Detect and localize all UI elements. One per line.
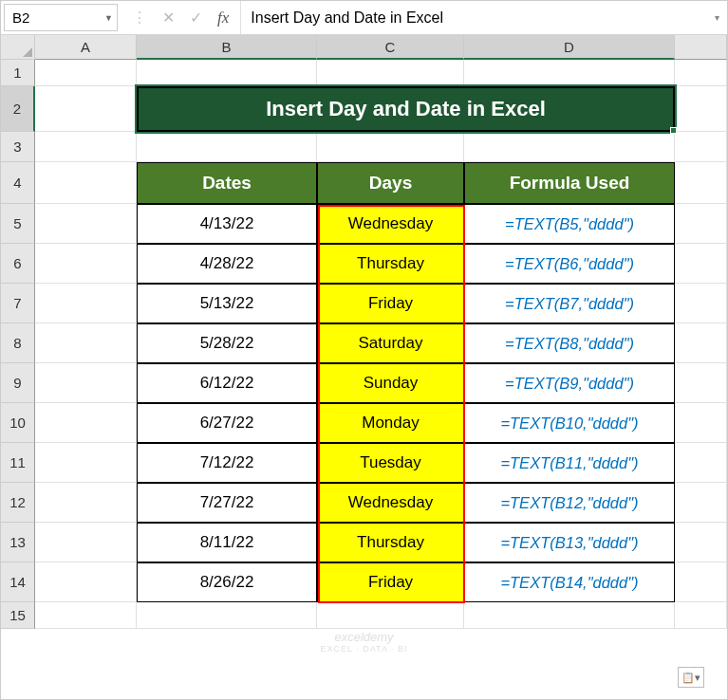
col-header-E[interactable] — [675, 35, 727, 60]
cell-dates-7[interactable]: 5/13/22 — [137, 284, 317, 323]
row-header-1[interactable]: 1 — [1, 60, 35, 86]
cell-days-12[interactable]: Wednesday — [317, 483, 464, 523]
row-header-9[interactable]: 9 — [1, 363, 35, 403]
selection-handle[interactable] — [670, 127, 677, 134]
cell-days-6[interactable]: Thursday — [317, 244, 464, 284]
cell-B15[interactable] — [137, 602, 317, 629]
cell-A5[interactable] — [35, 204, 137, 244]
cell-B1[interactable] — [137, 60, 317, 86]
cell-A12[interactable] — [35, 483, 137, 523]
cell-A13[interactable] — [35, 523, 137, 562]
cell-E7[interactable] — [675, 284, 727, 323]
cell-E14[interactable] — [675, 562, 727, 602]
cell-dates-12[interactable]: 7/27/22 — [137, 483, 317, 523]
col-header-A[interactable]: A — [35, 35, 137, 60]
cell-A8[interactable] — [35, 323, 137, 363]
row-header-12[interactable]: 12 — [1, 483, 35, 523]
row-header-3[interactable]: 3 — [1, 132, 35, 162]
cell-formula-10[interactable]: =TEXT(B10,"dddd") — [464, 403, 675, 443]
cell-dates-9[interactable]: 6/12/22 — [137, 363, 317, 403]
select-all-corner[interactable] — [1, 35, 35, 60]
cell-E8[interactable] — [675, 323, 727, 363]
cell-E15[interactable] — [675, 602, 727, 629]
cell-C15[interactable] — [317, 602, 464, 629]
cancel-icon[interactable]: ✕ — [162, 9, 175, 27]
row-header-14[interactable]: 14 — [1, 562, 35, 602]
cell-days-5[interactable]: Wednesday — [317, 204, 464, 244]
cell-E1[interactable] — [675, 60, 727, 86]
cell-days-13[interactable]: Thursday — [317, 523, 464, 562]
cell-dates-8[interactable]: 5/28/22 — [137, 323, 317, 363]
cell-A3[interactable] — [35, 132, 137, 162]
cell-C3[interactable] — [317, 132, 464, 162]
cell-E12[interactable] — [675, 483, 727, 523]
cell-A7[interactable] — [35, 284, 137, 323]
cell-E10[interactable] — [675, 403, 727, 443]
cell-B3[interactable] — [137, 132, 317, 162]
row-header-15[interactable]: 15 — [1, 602, 35, 629]
cell-D15[interactable] — [464, 602, 675, 629]
cell-E5[interactable] — [675, 204, 727, 244]
expand-formula-bar-icon[interactable]: ▾ — [706, 1, 727, 34]
row-header-8[interactable]: 8 — [1, 323, 35, 363]
col-header-D[interactable]: D — [464, 35, 675, 60]
formula-bar-input[interactable] — [241, 1, 706, 34]
cell-days-8[interactable]: Saturday — [317, 323, 464, 363]
paste-options-button[interactable]: 📋▾ — [678, 667, 704, 688]
fx-icon[interactable]: fx — [217, 9, 229, 28]
cell-days-10[interactable]: Monday — [317, 403, 464, 443]
cell-formula-14[interactable]: =TEXT(B14,"dddd") — [464, 562, 675, 602]
cell-D1[interactable] — [464, 60, 675, 86]
cell-dates-11[interactable]: 7/12/22 — [137, 443, 317, 483]
row-header-6[interactable]: 6 — [1, 244, 35, 284]
cell-formula-6[interactable]: =TEXT(B6,"dddd") — [464, 244, 675, 284]
row-header-7[interactable]: 7 — [1, 284, 35, 323]
row-header-11[interactable]: 11 — [1, 443, 35, 483]
cell-days-11[interactable]: Tuesday — [317, 443, 464, 483]
cell-E13[interactable] — [675, 523, 727, 562]
cell-E9[interactable] — [675, 363, 727, 403]
cell-E2[interactable] — [675, 86, 727, 132]
cell-A1[interactable] — [35, 60, 137, 86]
header-days[interactable]: Days — [317, 162, 464, 204]
cell-E4[interactable] — [675, 162, 727, 204]
cell-A6[interactable] — [35, 244, 137, 284]
cell-A4[interactable] — [35, 162, 137, 204]
cell-A15[interactable] — [35, 602, 137, 629]
cell-E3[interactable] — [675, 132, 727, 162]
header-formula[interactable]: Formula Used — [464, 162, 675, 204]
enter-icon[interactable]: ✓ — [190, 9, 202, 27]
chevron-down-icon[interactable]: ▼ — [104, 13, 113, 23]
cell-E6[interactable] — [675, 244, 727, 284]
row-header-2[interactable]: 2 — [1, 86, 35, 132]
cell-E11[interactable] — [675, 443, 727, 483]
cell-formula-7[interactable]: =TEXT(B7,"dddd") — [464, 284, 675, 323]
row-header-13[interactable]: 13 — [1, 523, 35, 562]
header-dates[interactable]: Dates — [137, 162, 317, 204]
cell-formula-13[interactable]: =TEXT(B13,"dddd") — [464, 523, 675, 562]
row-header-4[interactable]: 4 — [1, 162, 35, 204]
cell-D3[interactable] — [464, 132, 675, 162]
cell-formula-12[interactable]: =TEXT(B12,"dddd") — [464, 483, 675, 523]
row-header-10[interactable]: 10 — [1, 403, 35, 443]
cell-days-7[interactable]: Friday — [317, 284, 464, 323]
cell-formula-9[interactable]: =TEXT(B9,"dddd") — [464, 363, 675, 403]
cell-A10[interactable] — [35, 403, 137, 443]
cell-dates-5[interactable]: 4/13/22 — [137, 204, 317, 244]
cell-days-14[interactable]: Friday — [317, 562, 464, 602]
cell-dates-14[interactable]: 8/26/22 — [137, 562, 317, 602]
cell-formula-5[interactable]: =TEXT(B5,"dddd") — [464, 204, 675, 244]
row-header-5[interactable]: 5 — [1, 204, 35, 244]
cell-C1[interactable] — [317, 60, 464, 86]
cell-formula-11[interactable]: =TEXT(B11,"dddd") — [464, 443, 675, 483]
cell-dates-6[interactable]: 4/28/22 — [137, 244, 317, 284]
cell-A14[interactable] — [35, 562, 137, 602]
col-header-B[interactable]: B — [137, 35, 317, 60]
cell-days-9[interactable]: Sunday — [317, 363, 464, 403]
cell-formula-8[interactable]: =TEXT(B8,"dddd") — [464, 323, 675, 363]
cell-A2[interactable] — [35, 86, 137, 132]
cell-dates-10[interactable]: 6/27/22 — [137, 403, 317, 443]
cell-A9[interactable] — [35, 363, 137, 403]
title-cell[interactable]: Insert Day and Date in Excel — [137, 86, 675, 132]
name-box[interactable]: B2 ▼ — [4, 4, 118, 31]
